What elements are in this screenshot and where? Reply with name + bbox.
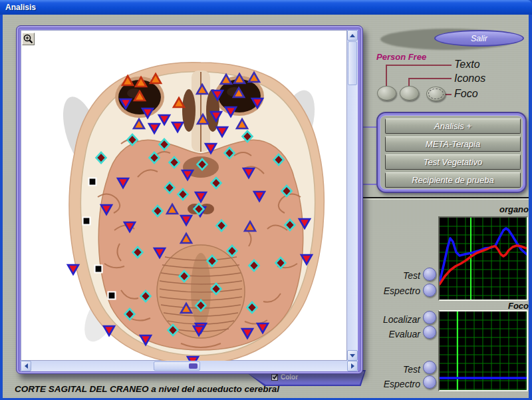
organo-chart xyxy=(438,216,528,301)
checkmark-icon xyxy=(272,374,277,380)
color-checkbox[interactable] xyxy=(271,374,278,381)
panel-connector xyxy=(363,126,376,128)
localizar-label: Localizar xyxy=(372,314,420,325)
chevron-up-icon xyxy=(350,34,355,37)
scroll-position-marker xyxy=(189,363,198,369)
horizontal-scrollbar[interactable] xyxy=(21,361,358,371)
recipiente-prueba-button[interactable]: Recipiente de prueba xyxy=(385,172,521,188)
panel-connector xyxy=(363,184,376,185)
foco-title: Foco xyxy=(470,301,529,311)
scroll-down-button[interactable] xyxy=(347,350,358,361)
salir-button[interactable]: Salir xyxy=(434,30,524,47)
organo-espectro-label: Espectro xyxy=(372,286,420,296)
texto-wire xyxy=(386,65,387,87)
anatomy-canvas[interactable] xyxy=(21,30,347,361)
foco-test-label: Test xyxy=(372,364,420,375)
texto-label: Texto xyxy=(454,59,480,71)
zoom-in-icon xyxy=(23,33,34,45)
color-checkbox-label: Color xyxy=(281,373,298,381)
foco-chart xyxy=(438,310,528,391)
chevron-left-icon xyxy=(25,363,28,369)
brain-axial-slice-image xyxy=(21,31,348,361)
texto-toggle-button[interactable] xyxy=(377,86,396,100)
magnifier-button[interactable] xyxy=(22,33,35,45)
scroll-up-button[interactable] xyxy=(347,30,358,41)
foco-test-button[interactable] xyxy=(423,361,436,374)
analisis-window: Analisis Color xyxy=(0,0,532,400)
chevron-down-icon xyxy=(350,354,355,357)
image-viewer-panel xyxy=(16,25,363,374)
chevron-right-icon xyxy=(351,363,354,369)
scroll-right-button[interactable] xyxy=(347,361,358,371)
organo-test-label: Test xyxy=(372,270,420,281)
meta-terapia-button[interactable]: META-Terapia xyxy=(385,136,521,152)
foco-espectro-label: Espectro xyxy=(372,379,420,389)
color-checkbox-row[interactable]: Color xyxy=(271,373,298,381)
foco-label: Foco xyxy=(454,88,478,100)
scroll-left-button[interactable] xyxy=(21,361,31,371)
foco-toggle-button[interactable] xyxy=(426,87,446,101)
person-free-label: Person Free xyxy=(376,52,426,62)
window-title: Analisis xyxy=(5,3,36,12)
titlebar[interactable]: Analisis xyxy=(0,0,532,15)
window-body: Color xyxy=(3,15,529,398)
iconos-label: Iconos xyxy=(454,73,485,85)
section-divider xyxy=(363,197,529,198)
evaluar-label: Evaluar xyxy=(372,329,420,339)
texto-wire xyxy=(386,65,452,66)
test-vegetativo-button[interactable]: Test Vegetativo xyxy=(385,154,521,170)
iconos-toggle-button[interactable] xyxy=(400,86,419,100)
action-button-group: Analisis + META-Terapia Test Vegetativo … xyxy=(376,112,527,193)
organo-test-button[interactable] xyxy=(423,268,436,281)
evaluar-button[interactable] xyxy=(423,325,436,339)
organo-espectro-button[interactable] xyxy=(423,284,436,297)
organo-title: organo xyxy=(470,204,529,214)
vertical-scrollbar[interactable] xyxy=(347,30,358,361)
analisis-plus-button[interactable]: Analisis + xyxy=(385,118,521,134)
foco-espectro-button[interactable] xyxy=(423,375,436,389)
localizar-button[interactable] xyxy=(423,311,436,324)
iconos-wire xyxy=(408,78,452,79)
vertical-scroll-thumb[interactable] xyxy=(348,41,357,85)
